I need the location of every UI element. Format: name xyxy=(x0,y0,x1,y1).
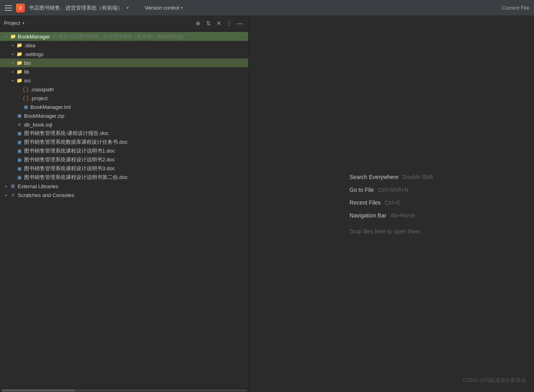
idea-arrow xyxy=(10,42,16,48)
sql-icon: ≡ xyxy=(16,121,22,128)
tree-item-doc4[interactable]: ▣ 图书销售管理系统课程设计说明书2.doc xyxy=(0,155,248,164)
close-button[interactable]: ✕ xyxy=(214,19,223,28)
sidebar-title-dropdown[interactable]: ▾ xyxy=(22,21,24,25)
tree-item-doc1[interactable]: ▣ 图书销售管理系统-课程设计报告.doc xyxy=(0,129,248,138)
scrollbar-track xyxy=(2,389,247,392)
tree-item-doc3[interactable]: ▣ 图书销售管理系统课程设计说明书1.doc xyxy=(0,147,248,155)
settings-folder-icon: 📁 xyxy=(16,51,22,57)
tree-item-project-file[interactable]: ( ) .project xyxy=(0,94,248,103)
doc2-label: 图书销售管理系统数据库课程设计任务书.doc xyxy=(24,139,128,146)
tree-item-settings[interactable]: 📁 .settings xyxy=(0,50,248,58)
tree-item-scratches[interactable]: ≡ Scratches and Consoles xyxy=(0,191,248,199)
doc2-icon: ▣ xyxy=(16,139,22,145)
doc3-label: 图书销售管理系统课程设计说明书1.doc xyxy=(24,147,115,155)
hint-search: Search Everywhere Double Shift xyxy=(350,174,433,180)
idea-label: .idea xyxy=(24,42,35,48)
root-arrow xyxy=(3,33,10,40)
lib-label: lib xyxy=(24,69,29,75)
settings-arrow xyxy=(10,51,16,57)
tree-item-idea[interactable]: 📁 .idea xyxy=(0,41,248,50)
hint-goto-action: Go to File xyxy=(350,187,374,193)
doc5-icon: ▣ xyxy=(16,165,22,172)
root-folder-icon: 📁 xyxy=(10,33,16,40)
tree-item-sql[interactable]: ≡ db_book.sql xyxy=(0,120,248,129)
horizontal-scrollbar[interactable] xyxy=(0,388,248,392)
iml-icon: ▣ xyxy=(22,104,29,110)
hint-goto-shortcut: Ctrl+Shift+N xyxy=(378,187,408,193)
tree-item-iml[interactable]: ▣ BookManager.iml xyxy=(0,103,248,111)
project-name: 书店图书销售、进货管理系统（有前端） xyxy=(29,4,123,12)
app-logo: 2 xyxy=(16,4,25,12)
project-file-label: .project xyxy=(30,95,48,101)
settings-label: .settings xyxy=(24,51,43,57)
more-button[interactable]: ⋮ xyxy=(225,19,234,28)
doc1-icon: ▣ xyxy=(16,130,22,137)
hint-navbar-shortcut: Alt+Home xyxy=(390,212,415,219)
scratches-label: Scratches and Consoles xyxy=(18,192,74,198)
tree-item-src[interactable]: 📁 src xyxy=(0,76,248,85)
file-tree: 📁 BookManager D:\课设\书店图书销售、进货管理系统（有前端）\B… xyxy=(0,30,248,388)
ext-lib-label: External Libraries xyxy=(18,183,58,189)
scrollbar-thumb xyxy=(2,389,75,392)
hint-search-action: Search Everywhere xyxy=(350,174,398,180)
tree-item-bin[interactable]: 📁 bin xyxy=(0,58,248,67)
tree-item-doc5[interactable]: ▣ 图书销售管理系统课程设计说明书3.doc xyxy=(0,164,248,173)
hints-container: Search Everywhere Double Shift Go to Fil… xyxy=(350,174,433,235)
classpath-label: .classpath xyxy=(30,86,54,92)
sidebar-header: Project ▾ ⊕ ⇅ ✕ ⋮ — xyxy=(0,16,248,30)
bin-label: bin xyxy=(24,60,31,66)
collapse-button[interactable]: ⇅ xyxy=(204,19,213,28)
hint-goto: Go to File Ctrl+Shift+N xyxy=(350,187,409,193)
locate-button[interactable]: ⊕ xyxy=(194,19,202,28)
doc4-icon: ▣ xyxy=(16,157,22,163)
sidebar-actions: ⊕ ⇅ ✕ ⋮ — xyxy=(194,19,244,28)
tree-item-zip[interactable]: ▣ BookManager.zip xyxy=(0,111,248,120)
vcs-button[interactable]: Version control ▾ xyxy=(145,5,183,11)
ext-lib-icon: ⊞ xyxy=(10,183,16,189)
project-dropdown-icon[interactable]: ▾ xyxy=(127,6,129,10)
idea-folder-icon: 📁 xyxy=(16,42,22,48)
doc1-label: 图书销售管理系统-课程设计报告.doc xyxy=(24,130,109,137)
menu-icon[interactable] xyxy=(5,5,12,11)
root-label: BookManager xyxy=(18,34,50,40)
hint-navbar: Navigation Bar Alt+Home xyxy=(350,212,415,219)
scratches-arrow xyxy=(3,192,10,198)
zip-icon: ▣ xyxy=(16,113,22,119)
hint-recent-action: Recent Files xyxy=(350,199,381,206)
titlebar: 2 书店图书销售、进货管理系统（有前端） ▾ Version control ▾… xyxy=(0,0,534,16)
bin-folder-icon: 📁 xyxy=(16,60,22,66)
sidebar: Project ▾ ⊕ ⇅ ✕ ⋮ — 📁 BookManager D:\课设\… xyxy=(0,16,249,392)
doc5-label: 图书销售管理系统课程设计说明书3.doc xyxy=(24,165,115,172)
hint-navbar-action: Navigation Bar xyxy=(350,212,386,219)
classpath-icon: ( ) xyxy=(22,86,29,92)
sql-label: db_book.sql xyxy=(24,122,52,128)
tree-item-classpath[interactable]: ( ) .classpath xyxy=(0,85,248,94)
hint-recent: Recent Files Ctrl+E xyxy=(350,199,400,206)
tree-item-ext-lib[interactable]: ⊞ External Libraries xyxy=(0,182,248,191)
tree-root[interactable]: 📁 BookManager D:\课设\书店图书销售、进货管理系统（有前端）\B… xyxy=(0,32,248,41)
hint-search-shortcut: Double Shift xyxy=(403,174,433,180)
iml-label: BookManager.iml xyxy=(30,104,71,110)
watermark: CSDN @码路漫漫任重道远 xyxy=(463,377,526,384)
minimize-button[interactable]: — xyxy=(235,19,244,28)
lib-arrow xyxy=(10,68,16,75)
tree-item-doc6[interactable]: ▣ 图书销售管理系统课程设计说明书第二份.doc xyxy=(0,173,248,182)
content-area: Search Everywhere Double Shift Go to Fil… xyxy=(249,16,534,392)
lib-folder-icon: 📁 xyxy=(16,68,22,75)
drop-hint: Drop files here to open them xyxy=(350,228,421,235)
src-arrow xyxy=(10,77,16,84)
vcs-dropdown-icon: ▾ xyxy=(181,6,183,10)
zip-label: BookManager.zip xyxy=(24,113,64,119)
tree-item-lib[interactable]: 📁 lib xyxy=(0,67,248,76)
src-label: src xyxy=(24,78,31,84)
src-folder-icon: 📁 xyxy=(16,77,22,84)
scratches-icon: ≡ xyxy=(10,192,16,198)
ext-lib-arrow xyxy=(3,183,10,189)
current-file-label: Current File xyxy=(502,5,529,11)
sidebar-title: Project xyxy=(4,20,20,26)
bin-arrow xyxy=(10,60,16,66)
tree-item-doc2[interactable]: ▣ 图书销售管理系统数据库课程设计任务书.doc xyxy=(0,138,248,147)
doc3-icon: ▣ xyxy=(16,148,22,154)
root-path: D:\课设\书店图书销售、进货管理系统（有前端）\BookManag xyxy=(53,33,183,40)
doc4-label: 图书销售管理系统课程设计说明书2.doc xyxy=(24,156,115,163)
